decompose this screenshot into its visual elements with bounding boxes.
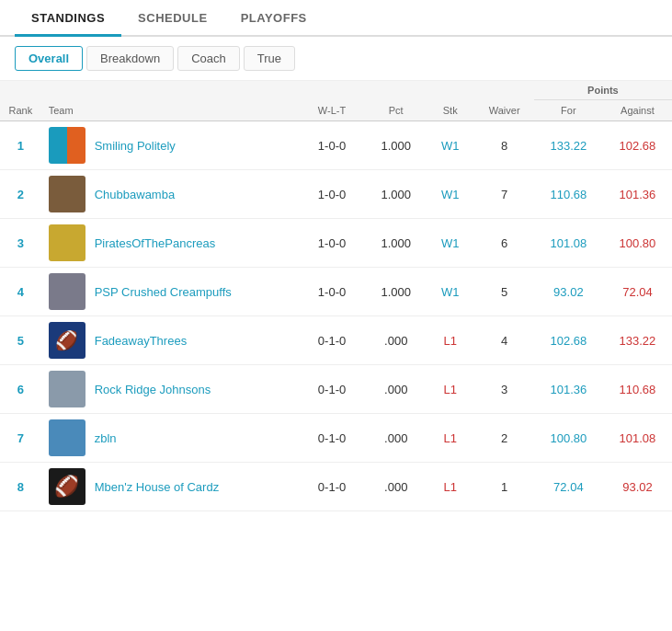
- cell-wlt: 1-0-0: [298, 219, 367, 268]
- cell-rank: 6: [0, 365, 41, 414]
- cell-rank: 1: [0, 121, 41, 170]
- header-waiver-spacer: [475, 81, 534, 100]
- cell-points-for: 72.04: [534, 463, 603, 511]
- cell-stk: L1: [426, 316, 475, 365]
- team-logo-icon: [49, 371, 85, 407]
- cell-stk: W1: [426, 170, 475, 219]
- team-logo-icon: [49, 127, 85, 164]
- cell-points-against: 72.04: [603, 268, 672, 316]
- cell-points-against: 93.02: [603, 463, 672, 511]
- cell-wlt: 1-0-0: [298, 268, 367, 316]
- nav-playoffs[interactable]: PLAYOFFS: [224, 0, 324, 37]
- table-column-header-row: Rank Team W-L-T Pct Stk Waiver For Again…: [0, 100, 672, 121]
- cell-points-for: 93.02: [534, 268, 603, 316]
- cell-points-for: 101.36: [534, 365, 603, 414]
- cell-pct: .000: [367, 365, 426, 414]
- col-header-team: Team: [41, 100, 298, 121]
- team-name-label[interactable]: Rock Ridge Johnsons: [95, 383, 211, 396]
- team-logo-icon: [49, 176, 85, 212]
- cell-waiver: 7: [475, 170, 534, 219]
- cell-points-for: 100.80: [534, 414, 603, 463]
- cell-points-for: 101.08: [534, 219, 603, 268]
- cell-pct: .000: [367, 414, 426, 463]
- cell-pct: .000: [367, 463, 426, 511]
- cell-stk: L1: [426, 414, 475, 463]
- cell-stk: W1: [426, 268, 475, 316]
- cell-rank: 4: [0, 268, 41, 316]
- cell-waiver: 4: [475, 316, 534, 365]
- cell-points-against: 102.68: [603, 121, 672, 170]
- table-row: 2Chubbawamba1-0-01.000W17110.68101.36: [0, 170, 672, 219]
- cell-team: PSP Crushed Creampuffs: [41, 268, 298, 316]
- cell-team: PiratesOfThePancreas: [41, 219, 298, 268]
- cell-points-for: 133.22: [534, 121, 603, 170]
- table-row: 3PiratesOfThePancreas1-0-01.000W16101.08…: [0, 219, 672, 268]
- cell-points-against: 133.22: [603, 316, 672, 365]
- cell-points-against: 101.08: [603, 414, 672, 463]
- team-logo-icon: [49, 224, 85, 261]
- cell-waiver: 8: [475, 121, 534, 170]
- cell-rank: 7: [0, 414, 41, 463]
- cell-wlt: 0-1-0: [298, 316, 367, 365]
- team-logo-icon: 🏈: [49, 468, 85, 505]
- cell-rank: 8: [0, 463, 41, 511]
- cell-waiver: 3: [475, 365, 534, 414]
- cell-wlt: 1-0-0: [298, 170, 367, 219]
- cell-waiver: 5: [475, 268, 534, 316]
- cell-stk: W1: [426, 121, 475, 170]
- cell-team: Rock Ridge Johnsons: [41, 365, 298, 414]
- nav-schedule[interactable]: SCHEDULE: [121, 0, 224, 37]
- cell-team: Chubbawamba: [41, 170, 298, 219]
- top-navigation: STANDINGS SCHEDULE PLAYOFFS: [0, 0, 672, 37]
- header-points-group: Points: [534, 81, 672, 100]
- cell-rank: 5: [0, 316, 41, 365]
- header-pct-spacer: [367, 81, 426, 100]
- cell-stk: L1: [426, 463, 475, 511]
- col-header-rank: Rank: [0, 100, 41, 121]
- header-team-spacer: [41, 81, 298, 100]
- table-row: 5🏈FadeawayThrees0-1-0.000L14102.68133.22: [0, 316, 672, 365]
- cell-waiver: 1: [475, 463, 534, 511]
- team-name-label[interactable]: Smiling Politely: [95, 139, 176, 153]
- tab-coach[interactable]: Coach: [177, 46, 240, 71]
- cell-team: 🏈FadeawayThrees: [41, 316, 298, 365]
- header-stk-spacer: [426, 81, 475, 100]
- team-name-label[interactable]: PSP Crushed Creampuffs: [95, 285, 232, 299]
- sub-tab-bar: Overall Breakdown Coach True: [0, 37, 672, 81]
- col-header-stk: Stk: [426, 100, 475, 121]
- cell-pct: 1.000: [367, 268, 426, 316]
- team-name-label[interactable]: zbln: [95, 431, 117, 445]
- cell-waiver: 2: [475, 414, 534, 463]
- col-header-waiver: Waiver: [475, 100, 534, 121]
- table-row: 6Rock Ridge Johnsons0-1-0.000L13101.3611…: [0, 365, 672, 414]
- header-wlt-spacer: [298, 81, 367, 100]
- col-header-for: For: [534, 100, 603, 121]
- tab-true[interactable]: True: [244, 46, 295, 71]
- nav-standings[interactable]: STANDINGS: [15, 0, 121, 37]
- cell-team: zbln: [41, 414, 298, 463]
- table-row: 8🏈Mben'z House of Cardz0-1-0.000L1172.04…: [0, 463, 672, 511]
- col-header-pct: Pct: [367, 100, 426, 121]
- cell-points-against: 100.80: [603, 219, 672, 268]
- tab-overall[interactable]: Overall: [15, 46, 83, 71]
- cell-pct: 1.000: [367, 121, 426, 170]
- cell-wlt: 0-1-0: [298, 365, 367, 414]
- col-header-wlt: W-L-T: [298, 100, 367, 121]
- table-header-group-row: Points: [0, 81, 672, 100]
- header-rank-spacer: [0, 81, 41, 100]
- team-name-label[interactable]: PiratesOfThePancreas: [95, 236, 216, 250]
- table-row: 4PSP Crushed Creampuffs1-0-01.000W1593.0…: [0, 268, 672, 316]
- cell-stk: W1: [426, 219, 475, 268]
- team-logo-icon: [49, 273, 85, 310]
- cell-team: Smiling Politely: [41, 121, 298, 170]
- team-name-label[interactable]: FadeawayThrees: [95, 334, 187, 348]
- team-name-label[interactable]: Chubbawamba: [95, 188, 175, 201]
- team-logo-icon: [49, 419, 85, 456]
- cell-wlt: 0-1-0: [298, 463, 367, 511]
- team-name-label[interactable]: Mben'z House of Cardz: [95, 480, 219, 494]
- cell-wlt: 0-1-0: [298, 414, 367, 463]
- cell-stk: L1: [426, 365, 475, 414]
- cell-wlt: 1-0-0: [298, 121, 367, 170]
- tab-breakdown[interactable]: Breakdown: [86, 46, 174, 71]
- cell-points-for: 102.68: [534, 316, 603, 365]
